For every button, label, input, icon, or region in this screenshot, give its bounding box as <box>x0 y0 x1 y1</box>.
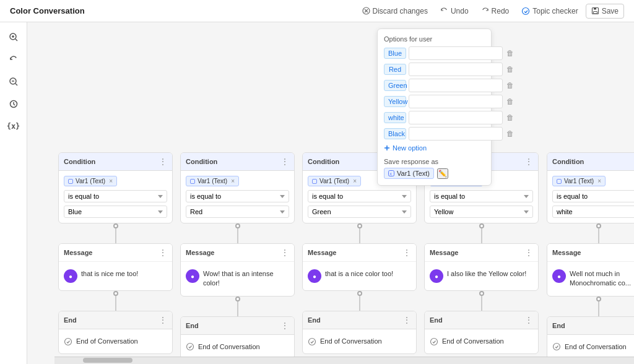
option-input-black[interactable] <box>409 127 503 141</box>
svg-rect-21 <box>313 179 317 183</box>
end-header-4: End ⋮ <box>547 317 634 335</box>
end-menu-3[interactable]: ⋮ <box>524 315 533 325</box>
option-tag-white: white <box>384 112 406 123</box>
message-menu-1[interactable]: ⋮ <box>280 248 289 258</box>
operator-select-3[interactable]: is equal to <box>430 190 533 202</box>
connector-3b <box>481 296 482 311</box>
var-chip-2: Var1 (Text) × <box>308 176 361 186</box>
option-input-yellow[interactable] <box>409 95 503 108</box>
condition-menu-1[interactable]: ⋮ <box>280 157 289 167</box>
history-button[interactable] <box>4 94 24 114</box>
variables-button[interactable]: {x} <box>4 116 24 136</box>
value-select-3[interactable]: Yellow <box>430 206 533 218</box>
svg-rect-25 <box>557 179 562 183</box>
end-menu-2[interactable]: ⋮ <box>402 315 411 325</box>
message-row-3: ● I also like the Yellow color! <box>430 267 533 285</box>
connector-dot-0a <box>113 223 118 228</box>
page-title: Color Conversation <box>10 6 85 15</box>
flow-col-4: Condition ⋮ Var1 (Text) × is equal to wh… <box>546 152 634 360</box>
end-menu-0[interactable]: ⋮ <box>158 315 167 325</box>
option-input-red[interactable] <box>409 63 503 76</box>
end-header-0: End ⋮ <box>59 311 172 329</box>
option-delete-white[interactable]: 🗑 <box>505 112 515 123</box>
connector-3a <box>481 228 482 243</box>
var-chip-0: Var1 (Text) × <box>64 176 117 186</box>
canvas-area: {x} Options for user Blue 🗑 Red 🗑 Green … <box>0 22 634 364</box>
message-header-1: Message ⋮ <box>181 244 294 262</box>
svg-rect-4 <box>594 8 596 10</box>
svg-point-20 <box>187 344 194 350</box>
message-menu-2[interactable]: ⋮ <box>402 248 411 258</box>
bot-avatar-4: ● <box>552 269 566 283</box>
message-header-4: Message ⋮ <box>547 244 634 262</box>
bot-avatar-3: ● <box>430 269 443 283</box>
end-menu-1[interactable]: ⋮ <box>280 321 289 331</box>
remove-var-0[interactable]: × <box>109 178 113 184</box>
var-icon: x <box>388 170 394 176</box>
remove-var-2[interactable]: × <box>353 178 357 184</box>
canvas[interactable]: Options for user Blue 🗑 Red 🗑 Green 🗑 Ye… <box>27 22 634 364</box>
end-body-4: End of Conversation <box>547 335 634 359</box>
condition-menu-0[interactable]: ⋮ <box>158 157 167 167</box>
reset-view-button[interactable] <box>4 50 24 69</box>
message-menu-3[interactable]: ⋮ <box>524 248 533 258</box>
value-select-1[interactable]: Red <box>186 206 289 218</box>
message-row-2: ● that is a nice color too! <box>308 267 411 285</box>
end-row-4: End of Conversation <box>552 340 634 354</box>
option-tag-yellow: Yellow <box>384 96 406 107</box>
option-row-blue: Blue 🗑 <box>384 46 485 60</box>
horizontal-scrollbar[interactable] <box>54 357 634 364</box>
discard-changes-button[interactable]: Discard changes <box>357 4 433 18</box>
option-delete-red[interactable]: 🗑 <box>505 64 515 75</box>
svg-rect-19 <box>191 179 195 183</box>
connector-dot-1a <box>235 223 240 228</box>
zoom-in-button[interactable] <box>4 27 24 47</box>
message-card-2: Message ⋮ ● that is a nice color too! <box>302 243 417 291</box>
operator-select-1[interactable]: is equal to <box>186 190 289 202</box>
zoom-out-icon <box>9 77 19 87</box>
option-tag-red: Red <box>384 64 406 75</box>
value-select-0[interactable]: Blue <box>64 206 167 218</box>
message-card-0: Message ⋮ ● that is nice me too! <box>58 243 173 291</box>
condition-body-0: Var1 (Text) × is equal to Blue <box>59 171 172 223</box>
edit-var-button[interactable]: ✏️ <box>437 168 448 179</box>
undo-button[interactable]: Undo <box>435 4 474 18</box>
bot-avatar-0: ● <box>64 269 77 283</box>
option-input-green[interactable] <box>409 79 503 92</box>
save-button[interactable]: Save <box>586 4 624 19</box>
svg-point-18 <box>65 338 72 345</box>
zoom-out-button[interactable] <box>4 72 24 92</box>
message-body-2: ● that is a nice color too! <box>303 262 416 290</box>
end-header-2: End ⋮ <box>303 311 416 329</box>
new-option-button[interactable]: New option <box>384 143 427 153</box>
option-delete-yellow[interactable]: 🗑 <box>505 96 515 107</box>
condition-body-4: Var1 (Text) × is equal to white <box>547 171 634 223</box>
option-input-white[interactable] <box>409 111 503 124</box>
option-row-green: Green 🗑 <box>384 79 485 92</box>
option-delete-blue[interactable]: 🗑 <box>505 48 515 59</box>
option-delete-black[interactable]: 🗑 <box>505 128 515 139</box>
value-select-4[interactable]: white <box>552 206 634 218</box>
remove-var-4[interactable]: × <box>597 178 601 184</box>
option-delete-green[interactable]: 🗑 <box>505 80 515 91</box>
operator-select-4[interactable]: is equal to <box>552 190 634 202</box>
header: Color Conversation Discard changes Undo … <box>0 0 634 22</box>
operator-select-2[interactable]: is equal to <box>308 190 411 202</box>
connector-4a <box>598 228 599 243</box>
value-select-2[interactable]: Green <box>308 206 411 218</box>
option-row-yellow: Yellow 🗑 <box>384 95 485 108</box>
condition-card-0: Condition ⋮ Var1 (Text) × is equal to Bl… <box>58 152 173 223</box>
svg-text:x: x <box>389 171 392 176</box>
operator-select-0[interactable]: is equal to <box>64 190 167 202</box>
remove-var-1[interactable]: × <box>231 178 235 184</box>
scroll-thumb[interactable] <box>83 358 132 363</box>
flow-cards: Condition ⋮ Var1 (Text) × is equal to Bl… <box>58 152 634 360</box>
condition-header-4: Condition ⋮ <box>547 153 634 171</box>
message-menu-0[interactable]: ⋮ <box>158 248 167 258</box>
topic-checker-button[interactable]: Topic checker <box>516 4 583 18</box>
variables-icon: {x} <box>7 122 20 131</box>
option-input-blue[interactable] <box>409 46 503 60</box>
condition-menu-3[interactable]: ⋮ <box>524 157 533 167</box>
end-card-2: End ⋮ End of Conversation <box>302 311 417 354</box>
redo-button[interactable]: Redo <box>476 4 515 18</box>
